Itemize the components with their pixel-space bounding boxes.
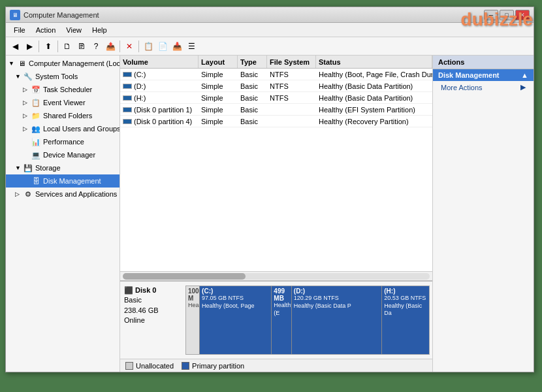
partition-name: 499 MB: [274, 287, 289, 302]
export-button[interactable]: 📤: [104, 40, 117, 53]
copy-button[interactable]: 📄: [156, 40, 169, 53]
system-tools-arrow: ▼: [15, 73, 23, 80]
minimize-button[interactable]: ─: [484, 10, 498, 20]
paste-button[interactable]: 📥: [170, 40, 183, 53]
content-panel: Volume Layout Type File System Status (C…: [120, 56, 432, 372]
show-hide-button[interactable]: 🗋: [61, 40, 74, 53]
table-row[interactable]: (H:) Simple Basic NTFS Healthy (Basic Da…: [120, 92, 432, 104]
maximize-button[interactable]: □: [500, 10, 514, 20]
task-sched-icon: 📅: [31, 84, 41, 95]
cell-type: Basic: [238, 116, 267, 127]
sidebar-item-task-scheduler[interactable]: ▷ 📅 Task Scheduler: [6, 83, 120, 96]
sidebar-item-system-tools[interactable]: ▼ 🔧 System Tools: [6, 70, 120, 83]
disk-size: 238.46 GB: [124, 306, 159, 314]
table-row[interactable]: (C:) Simple Basic NTFS Healthy (Boot, Pa…: [120, 69, 432, 80]
partition-h[interactable]: (H:) 20.53 GB NTFSHealthy (Basic Da: [382, 286, 429, 354]
event-viewer-label: Event Viewer: [43, 99, 86, 106]
disk-view: ⬛ Disk 0 Basic 238.46 GB Online 100 M He…: [120, 280, 432, 372]
legend-box-unalloc: [125, 362, 133, 370]
sidebar-item-services[interactable]: ▷ ⚙ Services and Applications: [6, 188, 120, 201]
window-title: Computer Management: [24, 11, 484, 19]
partition-c[interactable]: (C:) 97.05 GB NTFSHealthy (Boot, Page: [200, 286, 272, 354]
cell-type: Basic: [238, 104, 267, 115]
col-layout[interactable]: Layout: [199, 56, 238, 68]
task-sched-arrow: ▷: [23, 86, 31, 93]
cell-volume: (C:): [120, 69, 199, 80]
storage-arrow: ▼: [15, 165, 23, 171]
actions-group-label: Disk Management: [438, 71, 500, 79]
menu-bar: File Action View Help: [6, 23, 534, 37]
system-tools-label: System Tools: [35, 73, 78, 80]
sidebar-item-shared-folders[interactable]: ▷ 📁 Shared Folders: [6, 109, 120, 122]
table-row[interactable]: (Disk 0 partition 4) Simple Basic Health…: [120, 116, 432, 127]
local-users-icon: 👥: [31, 123, 41, 134]
toolbar: ◀ ▶ ⬆ 🗋 🖹 ? 📤 ✕ 📋 📄 📥 ☰: [6, 37, 534, 56]
root-label: Computer Management (Local): [29, 59, 120, 67]
cell-status: Healthy (Recovery Partition): [316, 116, 432, 127]
event-viewer-icon: 📋: [31, 97, 41, 108]
sidebar-item-local-users[interactable]: ▷ 👥 Local Users and Groups: [6, 122, 120, 135]
toolbar-separator-4: [138, 41, 139, 52]
sidebar-item-disk-management[interactable]: 🗄 Disk Management: [6, 174, 120, 188]
col-filesystem[interactable]: File System: [267, 56, 316, 68]
taskpad-button[interactable]: ☰: [185, 40, 198, 53]
legend-box-primary: [182, 362, 189, 370]
menu-view[interactable]: View: [61, 25, 87, 35]
new-button[interactable]: 📋: [142, 40, 155, 53]
partition-d[interactable]: (D:) 120.29 GB NTFSHealthy (Basic Data P: [292, 286, 382, 354]
partition-info: 120.29 GB NTFSHealthy (Basic Data P: [294, 295, 379, 310]
disk-mgmt-icon: 🗄: [31, 176, 41, 186]
sidebar-item-performance[interactable]: 📊 Performance: [6, 135, 120, 148]
scroll-thumb[interactable]: [123, 273, 246, 280]
main-area: ▼ 🖥 Computer Management (Local) ▼ 🔧 Syst…: [6, 56, 534, 372]
event-viewer-arrow: ▷: [23, 99, 31, 106]
sidebar-item-device-manager[interactable]: 💻 Device Manager: [6, 148, 120, 161]
back-button[interactable]: ◀: [8, 40, 22, 53]
col-type[interactable]: Type: [238, 56, 267, 68]
actions-group[interactable]: Disk Management ▲: [433, 69, 534, 81]
disk-type: Basic: [124, 296, 142, 304]
disk-entry: ⬛ Disk 0 Basic 238.46 GB Online 100 M He…: [120, 282, 432, 359]
col-status[interactable]: Status: [316, 56, 432, 68]
cell-layout: Simple: [199, 116, 238, 127]
cell-volume: (D:): [120, 80, 199, 91]
cell-volume: (H:): [120, 92, 199, 103]
help-button[interactable]: ?: [89, 40, 103, 53]
more-actions-link[interactable]: More Actions ▶: [433, 81, 534, 93]
menu-action[interactable]: Action: [31, 25, 61, 35]
disk-icon: [123, 72, 132, 77]
device-manager-icon: 💻: [31, 150, 41, 160]
cell-type: Basic: [238, 80, 267, 91]
disk-mgmt-label: Disk Management: [43, 177, 101, 185]
services-label: Services and Applications: [35, 190, 117, 198]
sidebar: ▼ 🖥 Computer Management (Local) ▼ 🔧 Syst…: [6, 56, 120, 372]
sidebar-item-storage[interactable]: ▼ 💾 Storage: [6, 161, 120, 174]
table-body: (C:) Simple Basic NTFS Healthy (Boot, Pa…: [120, 69, 432, 271]
menu-file[interactable]: File: [8, 25, 31, 35]
actions-panel: Actions Disk Management ▲ More Actions ▶: [432, 56, 534, 372]
sidebar-root[interactable]: ▼ 🖥 Computer Management (Local): [6, 57, 120, 70]
col-volume[interactable]: Volume: [120, 56, 199, 68]
partition-unalloc[interactable]: 100 M Health: [186, 286, 200, 354]
forward-button[interactable]: ▶: [23, 40, 36, 53]
menu-help[interactable]: Help: [87, 25, 112, 35]
actions-title: Actions: [433, 56, 534, 69]
sidebar-item-event-viewer[interactable]: ▷ 📋 Event Viewer: [6, 96, 120, 109]
scroll-track: [123, 273, 430, 280]
legend-unalloc: Unallocated: [125, 362, 174, 370]
disk-icon: [123, 107, 132, 112]
table-row[interactable]: (D:) Simple Basic NTFS Healthy (Basic Da…: [120, 80, 432, 92]
toolbar-separator-2: [57, 41, 58, 52]
legend-primary: Primary partition: [182, 362, 244, 370]
delete-button[interactable]: ✕: [123, 40, 136, 53]
up-button[interactable]: ⬆: [42, 40, 55, 53]
partition-499[interactable]: 499 MB Healthy (E: [272, 286, 291, 354]
cell-status: Healthy (EFI System Partition): [316, 104, 432, 115]
close-button[interactable]: ✕: [515, 10, 530, 20]
more-actions-arrow: ▶: [520, 83, 526, 91]
disk-status: Online: [124, 316, 145, 324]
properties-button[interactable]: 🖹: [75, 40, 88, 53]
table-row[interactable]: (Disk 0 partition 1) Simple Basic Health…: [120, 104, 432, 116]
toolbar-separator-1: [39, 41, 39, 52]
horizontal-scrollbar[interactable]: [120, 271, 432, 280]
